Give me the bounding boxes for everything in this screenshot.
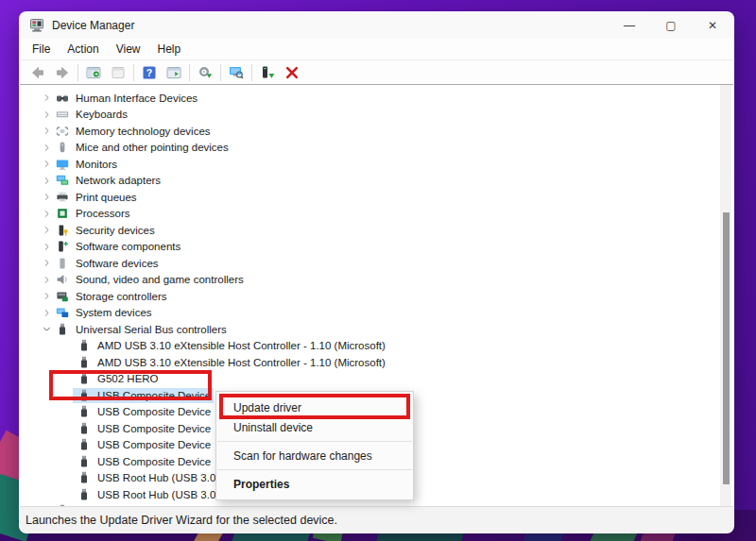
- tree-item-content[interactable]: Human Interface Devices: [53, 91, 200, 106]
- tree-item-label: Software components: [75, 240, 183, 255]
- usb-icon: [56, 504, 69, 506]
- tree-item[interactable]: Universal Serial Bus controllers: [20, 321, 733, 338]
- context-menu-item-scan-for-hardware-changes[interactable]: Scan for hardware changes: [216, 446, 413, 465]
- toolbar-button-properties-disabled[interactable]: [106, 62, 130, 83]
- chevron-right-icon[interactable]: [41, 274, 53, 286]
- tree-item[interactable]: Keyboards: [20, 107, 733, 124]
- chevron-down-icon[interactable]: [41, 323, 53, 335]
- close-button[interactable]: ✕: [692, 12, 733, 39]
- toolbar-button-update-driver[interactable]: [255, 62, 280, 83]
- chevron-right-icon[interactable]: [41, 125, 53, 137]
- tree-item-content[interactable]: USB Connector Managers: [53, 504, 205, 507]
- tree-item-content[interactable]: Sound, video and game controllers: [53, 273, 247, 288]
- chevron-right-icon[interactable]: [41, 257, 53, 269]
- tree-item[interactable]: Monitors: [20, 156, 733, 173]
- software-device-icon: [56, 257, 69, 270]
- tree-item-content[interactable]: Print queues: [53, 190, 140, 205]
- chevron-right-icon[interactable]: [41, 142, 53, 154]
- vertical-scrollbar[interactable]: [720, 85, 731, 506]
- toolbar-button-scan-for-hardware-changes[interactable]: [224, 62, 249, 83]
- tree-item[interactable]: Network adapters: [20, 173, 733, 190]
- tree-item-content[interactable]: USB Composite Device: [75, 405, 214, 420]
- menu-action[interactable]: Action: [59, 41, 107, 58]
- tree-item-content[interactable]: USB Composite Device: [75, 421, 214, 436]
- chevron-right-icon[interactable]: [41, 307, 53, 319]
- tree-item[interactable]: Software devices: [20, 255, 733, 272]
- tree-item-label: Network adapters: [75, 174, 163, 189]
- uninstall-icon: [284, 65, 300, 80]
- tree-item[interactable]: Processors: [20, 206, 733, 223]
- menu-view[interactable]: View: [108, 41, 149, 58]
- tree-item-content[interactable]: Monitors: [53, 157, 120, 172]
- tree-item-content[interactable]: Security devices: [53, 223, 158, 238]
- tree-item-content[interactable]: USB Composite Device: [75, 438, 214, 453]
- forward-arrow-icon: [55, 65, 70, 80]
- tree-item[interactable]: AMD USB 3.10 eXtensible Host Controller …: [20, 354, 733, 371]
- chevron-right-icon[interactable]: [41, 290, 53, 302]
- context-menu-item-update-driver[interactable]: Update driver: [216, 397, 413, 417]
- tree-item-content[interactable]: AMD USB 3.10 eXtensible Host Controller …: [75, 339, 388, 354]
- chevron-right-icon[interactable]: [41, 109, 53, 121]
- tree-item-content[interactable]: USB Root Hub (USB 3.0): [75, 471, 222, 486]
- tree-item[interactable]: Print queues: [20, 189, 733, 206]
- minimize-button[interactable]: —: [609, 12, 650, 39]
- tree-item-content[interactable]: Memory technology devices: [53, 124, 214, 139]
- tree-item[interactable]: System devices: [20, 305, 733, 322]
- maximize-button[interactable]: ▢: [650, 12, 692, 39]
- tree-item[interactable]: Security devices: [20, 222, 733, 239]
- title-bar[interactable]: Device Manager — ▢ ✕: [20, 12, 733, 39]
- usb-icon: [56, 323, 69, 336]
- tree-item-content[interactable]: G502 HERO: [75, 372, 162, 387]
- scrollbar-thumb[interactable]: [723, 212, 730, 484]
- tree-item-content[interactable]: Processors: [53, 207, 133, 222]
- tree-item-label: Human Interface Devices: [75, 91, 200, 106]
- context-menu-separator: [217, 441, 412, 442]
- chevron-right-icon[interactable]: [41, 241, 53, 253]
- tree-item[interactable]: Mice and other pointing devices: [20, 140, 733, 157]
- tree-item[interactable]: USB Connector Managers: [20, 503, 733, 507]
- tree-item-content[interactable]: Universal Serial Bus controllers: [53, 322, 230, 337]
- chevron-right-icon[interactable]: [41, 224, 53, 236]
- tree-item-content[interactable]: Storage controllers: [53, 289, 170, 304]
- tree-item-content[interactable]: USB Composite Device: [75, 454, 214, 469]
- tree-item-content[interactable]: Mice and other pointing devices: [53, 141, 232, 156]
- context-menu-item-uninstall-device[interactable]: Uninstall device: [216, 417, 413, 437]
- tree-item[interactable]: Software components: [20, 239, 733, 256]
- toolbar-button-show-action-pane[interactable]: [162, 62, 186, 83]
- toolbar-button-back[interactable]: [26, 62, 50, 83]
- chevron-right-icon[interactable]: [41, 175, 53, 187]
- tree-item[interactable]: Storage controllers: [20, 288, 733, 305]
- chevron-right-icon[interactable]: [41, 208, 53, 220]
- menu-file[interactable]: File: [24, 41, 59, 58]
- tree-item[interactable]: AMD USB 3.10 eXtensible Host Controller …: [20, 338, 733, 355]
- chevron-right-icon[interactable]: [41, 505, 53, 506]
- menu-help[interactable]: Help: [149, 41, 190, 58]
- tree-item-content[interactable]: Software components: [53, 240, 183, 255]
- tree-item-content[interactable]: System devices: [53, 306, 155, 321]
- context-menu-item-properties[interactable]: Properties: [216, 474, 413, 494]
- tree-item-content[interactable]: AMD USB 3.10 eXtensible Host Controller …: [75, 355, 388, 370]
- tree-item[interactable]: G502 HERO: [20, 371, 733, 388]
- keyboard-icon: [56, 108, 69, 121]
- tree-item-content[interactable]: USB Root Hub (USB 3.0): [75, 487, 222, 502]
- tree-item-label: USB Composite Device: [96, 454, 214, 469]
- tree-item-content[interactable]: Network adapters: [53, 174, 163, 189]
- hid-icon: [56, 92, 69, 105]
- tree-item-content[interactable]: Software devices: [53, 256, 162, 271]
- tree-item-label: AMD USB 3.10 eXtensible Host Controller …: [96, 355, 388, 370]
- toolbar-button-update-driver-software[interactable]: [193, 62, 217, 83]
- tree-item[interactable]: Sound, video and game controllers: [20, 272, 733, 289]
- toolbar-button-uninstall-device[interactable]: [280, 62, 304, 83]
- chevron-right-icon[interactable]: [41, 158, 53, 170]
- chevron-right-icon[interactable]: [41, 191, 53, 203]
- tree-item[interactable]: Human Interface Devices: [20, 90, 733, 107]
- tree-item[interactable]: Memory technology devices: [20, 123, 733, 140]
- tree-item-selected-content[interactable]: USB Composite Device: [73, 388, 214, 403]
- tree-item-label: USB Root Hub (USB 3.0): [96, 471, 222, 486]
- software-component-icon: [56, 240, 69, 253]
- toolbar-button-forward[interactable]: [50, 62, 75, 83]
- tree-item-content[interactable]: Keyboards: [53, 108, 130, 123]
- toolbar-button-show-hide-console-tree[interactable]: [81, 62, 106, 83]
- toolbar-button-help[interactable]: ?: [137, 62, 162, 83]
- chevron-right-icon[interactable]: [41, 92, 53, 104]
